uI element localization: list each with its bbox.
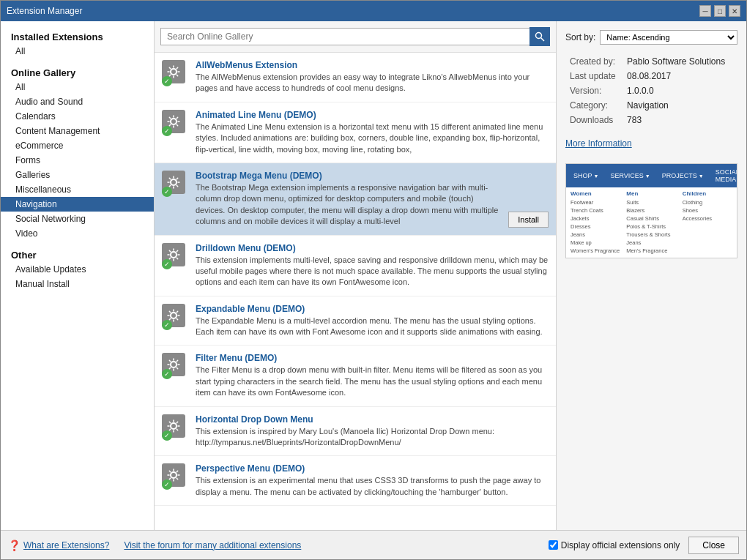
svg-point-6 (171, 313, 176, 318)
preview-col-women: Women Footwear Trench Coats Jackets Dres… (571, 190, 620, 255)
downloads-label: Downloads (567, 113, 622, 127)
titlebar: Extension Manager ─ □ ✕ (1, 1, 746, 21)
svg-point-7 (171, 362, 176, 367)
installed-check-icon: ✓ (162, 259, 172, 269)
list-item[interactable]: ✓Perspective Menu (DEMO)This extension i… (155, 456, 556, 506)
sidebar-item-galleries[interactable]: Galleries (1, 168, 154, 182)
list-item[interactable]: ✓Bootstrap Mega Menu (DEMO)The Bootstrap… (155, 163, 556, 236)
ext-desc: The Animated Line Menu extension is a ho… (196, 122, 549, 155)
installed-check-icon: ✓ (162, 76, 172, 86)
sidebar-item-content-mgmt[interactable]: Content Management (1, 124, 154, 138)
search-bar (155, 21, 556, 53)
sidebar-item-all[interactable]: All (1, 80, 154, 94)
version-label: Version: (567, 84, 622, 97)
ext-text: Horizontal Drop Down MenuThis extension … (196, 414, 549, 449)
ext-desc: This extension implements multi-level, s… (196, 255, 549, 288)
official-only-checkbox[interactable] (549, 540, 558, 550)
ext-name: Bootstrap Mega Menu (DEMO) (196, 171, 502, 181)
ext-text: AllWebMenus ExtensionThe AllWebMenus ext… (196, 60, 549, 94)
center-panel: ✓AllWebMenus ExtensionThe AllWebMenus ex… (155, 21, 556, 530)
titlebar-buttons: ─ □ ✕ (699, 5, 740, 17)
svg-point-3 (171, 119, 176, 124)
list-item[interactable]: ✓AllWebMenus ExtensionThe AllWebMenus ex… (155, 53, 556, 102)
other-section-title: Other (1, 245, 154, 262)
install-button[interactable]: Install (508, 212, 549, 228)
ext-text: Animated Line Menu (DEMO)The Animated Li… (196, 110, 549, 155)
details-table: Created by: Pablo Software Solutions Las… (565, 53, 737, 128)
created-label: Created by: (567, 55, 622, 68)
created-value: Pablo Software Solutions (624, 55, 736, 68)
search-icon (535, 31, 545, 42)
search-input[interactable] (160, 28, 530, 45)
preview-nav-shop: SHOP (571, 167, 601, 184)
svg-point-4 (171, 179, 176, 185)
close-button[interactable]: ✕ (729, 5, 740, 17)
list-item[interactable]: ✓Horizontal Drop Down MenuThis extension… (155, 407, 556, 457)
ext-icon: ✓ (162, 243, 188, 269)
sidebar-item-navigation[interactable]: Navigation (1, 197, 154, 212)
installed-check-icon: ✓ (162, 479, 172, 490)
ext-text: Expandable Menu (DEMO)The Expandable Men… (196, 304, 549, 338)
ext-name: Filter Menu (DEMO) (196, 353, 549, 363)
sort-row: Sort by: Name: Ascending Name: Descendin… (565, 30, 737, 45)
ext-icon: ✓ (162, 304, 188, 330)
sidebar-item-miscellaneous[interactable]: Miscellaneous (1, 182, 154, 197)
forum-link[interactable]: Visit the forum for many additional exte… (124, 540, 301, 550)
svg-point-0 (536, 33, 542, 39)
official-only-label[interactable]: Display official extensions only (549, 540, 680, 550)
sidebar-item-updates[interactable]: Available Updates (1, 262, 154, 277)
search-button[interactable] (529, 27, 550, 46)
preview-nav-services: SERVICES (607, 167, 653, 184)
sidebar-item-audio[interactable]: Audio and Sound (1, 94, 154, 109)
installed-check-icon: ✓ (162, 369, 172, 379)
ext-text: Filter Menu (DEMO)The Filter Menu is a d… (196, 353, 549, 398)
sidebar-item-manual[interactable]: Manual Install (1, 277, 154, 291)
online-section-title: Online Gallery (1, 63, 154, 80)
window-title: Extension Manager (7, 6, 699, 16)
sidebar-item-all-installed[interactable]: All (1, 44, 154, 59)
sidebar-item-calendars[interactable]: Calendars (1, 109, 154, 124)
list-item[interactable]: ✓Animated Line Menu (DEMO)The Animated L… (155, 102, 556, 163)
official-only-text: Display official extensions only (561, 540, 680, 550)
ext-icon: ✓ (162, 171, 188, 197)
ext-desc: This extension is inspired by Mary Lou's… (196, 426, 549, 449)
ext-icon: ✓ (162, 110, 188, 136)
ext-desc: This extension is an experimental menu t… (196, 475, 549, 498)
installed-check-icon: ✓ (162, 187, 172, 197)
list-item[interactable]: ✓Drilldown Menu (DEMO)This extension imp… (155, 236, 556, 296)
ext-text: Bootstrap Mega Menu (DEMO)The Bootstrap … (196, 171, 502, 228)
right-panel: Sort by: Name: Ascending Name: Descendin… (556, 21, 746, 530)
ext-name: Perspective Menu (DEMO) (196, 463, 549, 474)
more-info-link[interactable]: More Information (565, 138, 737, 149)
close-dialog-button[interactable]: Close (688, 537, 739, 554)
sidebar-item-forms[interactable]: Forms (1, 153, 154, 168)
preview-col-children-title: Children (683, 190, 732, 197)
category-label: Category: (567, 99, 622, 112)
sidebar-item-social[interactable]: Social Networking (1, 212, 154, 226)
ext-name: Expandable Menu (DEMO) (196, 304, 549, 314)
sort-label: Sort by: (565, 32, 595, 42)
help-link[interactable]: What are Extensions? (23, 540, 109, 550)
sort-select[interactable]: Name: Ascending Name: Descending Downloa… (600, 30, 737, 45)
ext-name: AllWebMenus Extension (196, 60, 549, 70)
svg-point-5 (171, 252, 176, 258)
version-value: 1.0.0.0 (624, 84, 736, 97)
preview-col-men: Men Suits Blazers Casual Shirts Polos & … (626, 190, 676, 255)
ext-icon: ✓ (162, 353, 188, 379)
minimize-button[interactable]: ─ (699, 5, 711, 17)
category-value: Navigation (624, 99, 736, 112)
list-item[interactable]: ✓Expandable Menu (DEMO)The Expandable Me… (155, 296, 556, 346)
svg-point-8 (171, 423, 176, 429)
list-item[interactable]: ✓Filter Menu (DEMO)The Filter Menu is a … (155, 346, 556, 406)
help-icon: ❓ (8, 540, 21, 551)
sidebar-item-video[interactable]: Video (1, 226, 154, 241)
svg-point-9 (171, 472, 176, 478)
ext-desc: The AllWebMenus extension provides an ea… (196, 72, 549, 94)
preview-col-children: Children Clothing Shoes Accessories (683, 190, 732, 255)
preview-col-men-title: Men (626, 190, 676, 197)
sidebar-item-ecommerce[interactable]: eCommerce (1, 138, 154, 153)
bottom-right: Display official extensions only Close (549, 537, 739, 554)
downloads-value: 783 (624, 113, 736, 127)
preview-content: Women Footwear Trench Coats Jackets Dres… (566, 187, 737, 258)
maximize-button[interactable]: □ (714, 5, 726, 17)
